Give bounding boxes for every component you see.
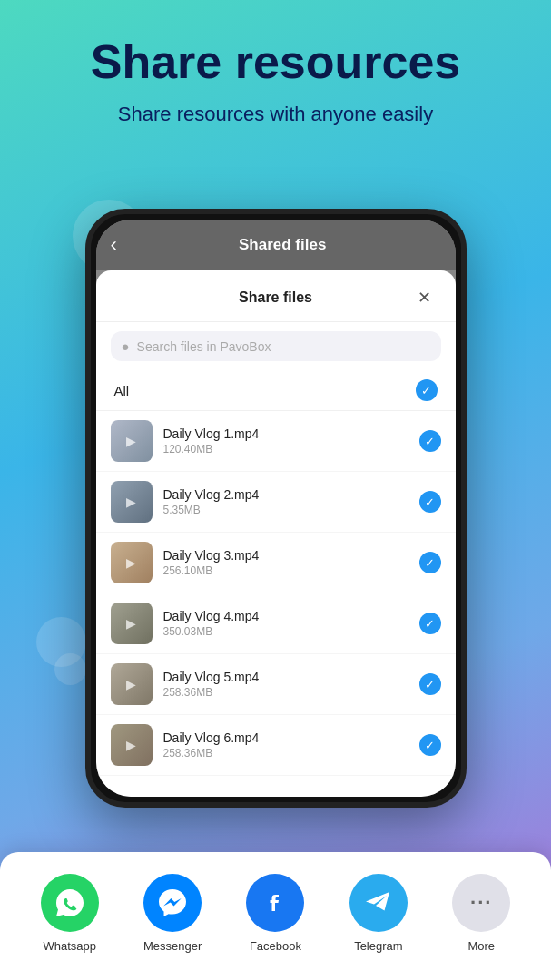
- share-app-telegram[interactable]: Telegram: [342, 874, 415, 953]
- file-check-icon[interactable]: ✓: [419, 612, 441, 634]
- file-thumbnail: ▶: [111, 663, 153, 705]
- file-info: Daily Vlog 1.mp4 120.40MB: [163, 426, 408, 456]
- power-button: [464, 350, 467, 405]
- search-placeholder: Search files in PavoBox: [137, 339, 271, 354]
- all-row[interactable]: All ✓: [96, 370, 456, 411]
- volume-down-button: [85, 368, 88, 405]
- all-check-icon: ✓: [416, 379, 438, 401]
- play-icon: ▶: [126, 434, 136, 448]
- messenger-icon: [143, 874, 202, 932]
- file-name: Daily Vlog 2.mp4: [163, 487, 408, 502]
- file-name: Daily Vlog 3.mp4: [163, 548, 408, 563]
- file-info: Daily Vlog 4.mp4 350.03MB: [163, 609, 408, 638]
- file-check-icon[interactable]: ✓: [419, 491, 441, 513]
- file-item[interactable]: ▶ Daily Vlog 4.mp4 350.03MB ✓: [96, 593, 456, 654]
- play-icon: ▶: [126, 738, 136, 752]
- file-size: 258.36MB: [163, 747, 408, 760]
- file-item[interactable]: ▶ Daily Vlog 2.mp4 5.35MB ✓: [96, 472, 456, 533]
- file-size: 256.10MB: [163, 564, 408, 577]
- file-name: Daily Vlog 1.mp4: [163, 426, 408, 441]
- file-thumbnail: ▶: [111, 603, 153, 644]
- play-icon: ▶: [126, 616, 136, 631]
- file-item[interactable]: ▶ Daily Vlog 3.mp4 256.10MB ✓: [96, 533, 456, 593]
- share-app-whatsapp[interactable]: Whatsapp: [34, 874, 106, 953]
- sub-title: Share resources with anyone easily: [27, 103, 524, 126]
- file-size: 258.36MB: [163, 686, 408, 699]
- all-label: All: [114, 383, 130, 398]
- play-icon: ▶: [126, 495, 136, 509]
- more-icon: ···: [452, 874, 510, 932]
- main-title: Share resources: [27, 36, 524, 88]
- file-info: Daily Vlog 3.mp4 256.10MB: [163, 548, 408, 577]
- share-modal: Share files ✕ ● Search files in PavoBox …: [96, 270, 456, 797]
- app-header-title: Shared files: [124, 236, 441, 254]
- back-arrow-icon[interactable]: ‹: [111, 233, 117, 257]
- play-icon: ▶: [126, 555, 136, 570]
- file-name: Daily Vlog 4.mp4: [163, 609, 408, 623]
- file-item[interactable]: ▶ Daily Vlog 1.mp4 120.40MB ✓: [96, 411, 456, 472]
- phone-frame: ‹ Shared files Share files ✕ ● Search fi…: [85, 209, 467, 808]
- more-label: More: [467, 939, 495, 953]
- modal-header: Share files ✕: [96, 270, 456, 322]
- facebook-icon: [246, 874, 304, 932]
- phone-screen: ‹ Shared files Share files ✕ ● Search fi…: [96, 220, 456, 797]
- app-header: ‹ Shared files: [96, 220, 456, 270]
- facebook-label: Facebook: [250, 939, 301, 953]
- file-size: 5.35MB: [163, 504, 408, 516]
- file-item[interactable]: ▶ Daily Vlog 6.mp4 258.36MB ✓: [96, 715, 456, 776]
- file-thumbnail: ▶: [111, 724, 153, 766]
- file-thumbnail: ▶: [111, 420, 153, 462]
- play-icon: ▶: [126, 677, 136, 691]
- telegram-icon: [349, 874, 408, 932]
- file-name: Daily Vlog 6.mp4: [163, 730, 408, 745]
- phone-mockup: ‹ Shared files Share files ✕ ● Search fi…: [85, 209, 467, 844]
- file-info: Daily Vlog 5.mp4 258.36MB: [163, 670, 408, 699]
- share-sheet: Whatsapp Messenger Facebook Telegram: [0, 852, 551, 980]
- file-thumbnail: ▶: [111, 481, 153, 523]
- share-app-facebook[interactable]: Facebook: [239, 874, 311, 953]
- search-icon: ●: [122, 338, 130, 354]
- file-check-icon[interactable]: ✓: [419, 673, 441, 695]
- file-thumbnail: ▶: [111, 542, 153, 583]
- modal-title: Share files: [140, 289, 412, 306]
- file-size: 350.03MB: [163, 625, 408, 638]
- file-info: Daily Vlog 6.mp4 258.36MB: [163, 730, 408, 760]
- close-button[interactable]: ✕: [412, 285, 438, 310]
- file-size: 120.40MB: [163, 443, 408, 456]
- messenger-label: Messenger: [143, 939, 202, 953]
- search-bar[interactable]: ● Search files in PavoBox: [111, 331, 441, 361]
- file-check-icon[interactable]: ✓: [419, 734, 441, 756]
- share-app-messenger[interactable]: Messenger: [136, 874, 209, 953]
- share-app-more[interactable]: ··· More: [445, 874, 517, 953]
- file-name: Daily Vlog 5.mp4: [163, 670, 408, 684]
- whatsapp-icon: [41, 874, 99, 932]
- telegram-label: Telegram: [354, 939, 402, 953]
- file-check-icon[interactable]: ✓: [419, 552, 441, 573]
- hero-section: Share resources Share resources with any…: [0, 0, 551, 144]
- volume-up-button: [85, 323, 88, 359]
- whatsapp-label: Whatsapp: [43, 939, 96, 953]
- file-item[interactable]: ▶ Daily Vlog 5.mp4 258.36MB ✓: [96, 654, 456, 715]
- file-info: Daily Vlog 2.mp4 5.35MB: [163, 487, 408, 516]
- decorative-bubble-3: [54, 653, 86, 685]
- file-check-icon[interactable]: ✓: [419, 430, 441, 452]
- file-list: ▶ Daily Vlog 1.mp4 120.40MB ✓ ▶ Daily Vl…: [96, 411, 456, 797]
